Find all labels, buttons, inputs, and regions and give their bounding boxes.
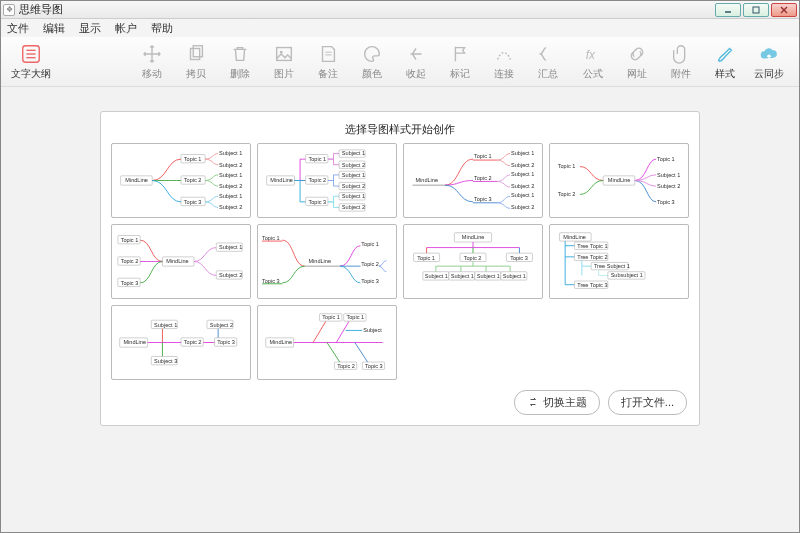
switch-theme-button[interactable]: 切换主题	[514, 390, 600, 415]
svg-text:Topic 2: Topic 2	[184, 339, 202, 345]
svg-text:Topic 3: Topic 3	[308, 199, 326, 205]
svg-text:Subject 2: Subject 2	[511, 162, 534, 168]
note-icon	[317, 43, 339, 65]
svg-text:Topic 3: Topic 3	[510, 255, 528, 261]
svg-text:Topic 2: Topic 2	[474, 175, 492, 181]
maximize-button[interactable]	[743, 3, 769, 17]
toolbar-label: 云同步	[754, 67, 784, 81]
menu-account[interactable]: 帐户	[113, 20, 139, 37]
svg-text:Tree Topic 3: Tree Topic 3	[577, 282, 607, 288]
svg-text:Topic 1: Topic 1	[121, 237, 139, 243]
toolbar-label: 图片	[274, 67, 294, 81]
svg-text:Subject 1: Subject 1	[511, 150, 534, 156]
note-button[interactable]: 备注	[306, 41, 350, 83]
svg-text:Topic 3: Topic 3	[365, 363, 383, 369]
menu-view[interactable]: 显示	[77, 20, 103, 37]
svg-text:Subject 2: Subject 2	[219, 272, 242, 278]
svg-text:Subject 1: Subject 1	[219, 172, 242, 178]
image-icon	[273, 43, 295, 65]
button-label: 打开文件...	[621, 395, 674, 410]
chooser-footer: 切换主题 打开文件...	[111, 390, 689, 415]
svg-text:Topic 1: Topic 1	[322, 314, 340, 320]
template-timeline[interactable]: MindLine Subject 1 Subject 3 Topic 2 Sub…	[111, 305, 251, 380]
svg-text:Subject 2: Subject 2	[342, 183, 365, 189]
toolbar-label: 样式	[715, 67, 735, 81]
template-right-fan[interactable]: MindLine Topic 1 Topic 2 Topic 3 Subject…	[111, 143, 251, 218]
svg-text:Subject 1: Subject 1	[342, 193, 365, 199]
toolbar-label: 连接	[494, 67, 514, 81]
url-button[interactable]: 网址	[615, 41, 659, 83]
template-two-sided[interactable]: MindLine Topic 1 Topic 2 Topic 3 Subject…	[111, 224, 251, 299]
svg-text:Subject 2: Subject 2	[342, 162, 365, 168]
svg-text:Subject 1: Subject 1	[503, 273, 526, 279]
cloud-button[interactable]: 云同步	[747, 41, 791, 83]
svg-text:MindLine: MindLine	[125, 177, 148, 183]
menu-file[interactable]: 文件	[5, 20, 31, 37]
svg-text:Subject 2: Subject 2	[511, 204, 534, 210]
brush-icon	[714, 43, 736, 65]
svg-text:Topic 1: Topic 1	[262, 235, 280, 241]
summary-button[interactable]: 汇总	[526, 41, 570, 83]
svg-text:Subject 1: Subject 1	[511, 192, 534, 198]
open-file-button[interactable]: 打开文件...	[608, 390, 687, 415]
svg-rect-1	[753, 7, 759, 13]
svg-text:Topic 1: Topic 1	[347, 314, 365, 320]
style-button[interactable]: 样式	[703, 41, 747, 83]
toolbar-label: 汇总	[538, 67, 558, 81]
web-link-icon	[626, 43, 648, 65]
template-org-chart[interactable]: MindLine Topic 1 Topic 2 Topic 3 Subject…	[403, 224, 543, 299]
delete-button[interactable]: 删除	[218, 41, 262, 83]
svg-text:Topic 1: Topic 1	[184, 156, 202, 162]
svg-text:Topic 3: Topic 3	[184, 199, 202, 205]
fx-icon: fx	[582, 43, 604, 65]
mark-button[interactable]: 标记	[438, 41, 482, 83]
svg-text:Subsubject 1: Subsubject 1	[611, 272, 643, 278]
svg-rect-8	[190, 48, 199, 59]
collapse-button[interactable]: 收起	[394, 41, 438, 83]
copy-button[interactable]: 拷贝	[174, 41, 218, 83]
svg-text:MindLine: MindLine	[462, 234, 485, 240]
svg-text:Topic 1: Topic 1	[558, 163, 576, 169]
template-tree-right[interactable]: MindLine Tree Topic 1 Tree Topic 2 Tree …	[549, 224, 689, 299]
minimize-button[interactable]	[715, 3, 741, 17]
color-button[interactable]: 颜色	[350, 41, 394, 83]
svg-text:Subject 2: Subject 2	[657, 183, 680, 189]
toolbar-label: 移动	[142, 67, 162, 81]
toolbar-label: 颜色	[362, 67, 382, 81]
menu-bar: 文件 编辑 显示 帐户 帮助	[1, 19, 799, 37]
image-button[interactable]: 图片	[262, 41, 306, 83]
attach-button[interactable]: 附件	[659, 41, 703, 83]
toolbar: 文字大纲 移动 拷贝 删除 图片 备注 颜色 收起 标记 连接 汇总 fx公式 …	[1, 37, 799, 87]
svg-text:Subject 2: Subject 2	[342, 204, 365, 210]
outline-button[interactable]: 文字大纲	[9, 41, 53, 83]
svg-text:Subject 1: Subject 1	[154, 322, 177, 328]
trash-icon	[229, 43, 251, 65]
toolbar-label: 备注	[318, 67, 338, 81]
template-radial[interactable]: MindLine Topic 1Topic 2 Topic 1Topic 3 S…	[549, 143, 689, 218]
template-fishbone[interactable]: MindLine Topic 1 Topic 1 Topic 2 Topic 3…	[257, 305, 397, 380]
connect-button[interactable]: 连接	[482, 41, 526, 83]
window-title: 思维导图	[19, 2, 715, 17]
svg-text:Subject 1: Subject 1	[342, 150, 365, 156]
svg-text:Subject 2: Subject 2	[219, 204, 242, 210]
move-button[interactable]: 移动	[130, 41, 174, 83]
template-two-sided-thin[interactable]: MindLine Topic 1 Topic 3 Topic 1Topic 2T…	[257, 224, 397, 299]
svg-text:Subject 1: Subject 1	[511, 171, 534, 177]
toolbar-label: 收起	[406, 67, 426, 81]
template-right-thin[interactable]: MindLine Topic 1 Topic 2 Topic 3 Subject…	[403, 143, 543, 218]
menu-help[interactable]: 帮助	[149, 20, 175, 37]
formula-button[interactable]: fx公式	[571, 41, 615, 83]
svg-text:Subject 1: Subject 1	[657, 172, 680, 178]
chooser-title: 选择导图样式开始创作	[111, 120, 689, 143]
close-button[interactable]	[771, 3, 797, 17]
svg-text:Topic 3: Topic 3	[657, 199, 675, 205]
template-right-bracket[interactable]: MindLine Topic 1 Topic 2 Topic 3 Subject…	[257, 143, 397, 218]
svg-text:MindLine: MindLine	[308, 258, 331, 264]
svg-text:Topic 2: Topic 2	[337, 363, 355, 369]
svg-text:Subject 2: Subject 2	[219, 183, 242, 189]
template-grid: MindLine Topic 1 Topic 2 Topic 3 Subject…	[111, 143, 689, 380]
svg-text:Topic 1: Topic 1	[361, 241, 379, 247]
menu-edit[interactable]: 编辑	[41, 20, 67, 37]
svg-text:Subject 1: Subject 1	[425, 273, 448, 279]
svg-text:Subject 3: Subject 3	[154, 358, 177, 364]
